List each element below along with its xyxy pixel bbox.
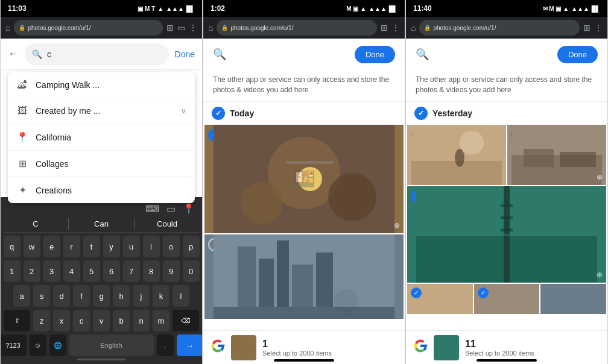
dropdown-item-creations[interactable]: ✦ Creations [8, 177, 195, 203]
kb-g[interactable]: g [93, 285, 110, 307]
kb-j[interactable]: j [133, 285, 150, 307]
kb-f[interactable]: f [73, 285, 90, 307]
photo-small-1[interactable]: ✓ [407, 284, 473, 314]
dropdown-item-collages[interactable]: ⊞ Collages [8, 151, 195, 177]
dropdown-item-camping[interactable]: 🏕 Camping Walk ... [8, 72, 195, 98]
search-bar-1[interactable]: 🔍 c [25, 43, 169, 65]
kb-5[interactable]: 5 [83, 260, 100, 282]
time-3: 11:40 [413, 4, 432, 13]
tab-icon-3[interactable]: ⊞ [583, 23, 591, 33]
search-input-1[interactable]: c [47, 49, 162, 59]
photo-row-3c: ✓ ✓ [407, 284, 606, 314]
kb-d[interactable]: d [53, 285, 70, 307]
info-bar-3: The other app or service can only access… [406, 70, 607, 102]
menu-icon-2[interactable]: ⋮ [391, 23, 400, 33]
status-bar-3: 11:40 ✉ M ▣ ▲ ▲▲▲ █▌ [406, 0, 607, 17]
kb-shift[interactable]: ⇧ [4, 310, 30, 331]
kb-9[interactable]: 9 [163, 260, 180, 282]
date-label-3: Yesterday [432, 108, 472, 118]
kb-s[interactable]: s [33, 285, 50, 307]
done-button-1[interactable]: Done [175, 49, 195, 59]
zoom-icon-rocks[interactable]: ⊕ [597, 173, 603, 181]
kb-b[interactable]: b [113, 310, 130, 331]
sug-c[interactable]: C [3, 218, 68, 230]
kb-3[interactable]: 3 [43, 260, 60, 282]
kb-row-2: 1 2 3 4 5 6 7 8 9 0 [3, 260, 200, 282]
done-button-3[interactable]: Done [557, 46, 598, 63]
kb-n[interactable]: n [133, 310, 150, 331]
photo-small-2[interactable]: ✓ [474, 284, 540, 314]
home-icon-2[interactable]: ⌂ [208, 23, 213, 33]
kb-period[interactable]: . [157, 334, 174, 356]
kb-8[interactable]: 8 [143, 260, 160, 282]
dropdown-item-california[interactable]: 📍 California [8, 124, 195, 151]
kb-v[interactable]: v [93, 310, 110, 331]
kb-k[interactable]: k [153, 285, 169, 307]
kb-a[interactable]: a [13, 285, 30, 307]
kb-space[interactable]: English [69, 334, 154, 356]
kb-m[interactable]: m [153, 310, 169, 331]
cast-icon-1[interactable]: ▭ [177, 23, 185, 33]
date-check-2[interactable]: ✓ [212, 107, 225, 120]
browser-url-3[interactable]: 🔒 photos.google.com/u/1/ [419, 20, 580, 36]
kb-t[interactable]: t [83, 236, 100, 257]
kb-0[interactable]: 0 [183, 260, 200, 282]
kb-o[interactable]: o [163, 236, 180, 257]
menu-icon-1[interactable]: ⋮ [189, 23, 197, 33]
kb-6[interactable]: 6 [103, 260, 120, 282]
photo-city[interactable] [204, 234, 404, 319]
kb-p[interactable]: p [183, 236, 200, 257]
tab-icon-1[interactable]: ⊞ [166, 23, 174, 33]
sug-could[interactable]: Could [135, 218, 200, 230]
kb-pin-icon[interactable]: 📍 [183, 203, 195, 215]
back-button-1[interactable]: ← [8, 48, 19, 60]
kb-backspace[interactable]: ⌫ [173, 310, 199, 331]
search-button-2[interactable]: 🔍 [213, 48, 226, 61]
sug-can[interactable]: Can [68, 218, 135, 230]
kb-r[interactable]: r [63, 236, 80, 257]
date-check-3[interactable]: ✓ [414, 107, 428, 120]
kb-key-icon[interactable]: ⌨ [145, 203, 159, 215]
kb-y[interactable]: y [103, 236, 120, 257]
done-button-2[interactable]: Done [355, 46, 395, 63]
svg-rect-30 [416, 234, 597, 236]
svg-point-19 [455, 149, 464, 167]
tab-icon-2[interactable]: ⊞ [381, 23, 388, 33]
photo-pier[interactable]: ✓ ⊕ [407, 186, 606, 283]
kb-123[interactable]: ?123 [0, 334, 27, 356]
kb-return[interactable]: → [177, 334, 203, 356]
kb-4[interactable]: 4 [63, 260, 80, 282]
url-text-3: photos.google.com/u/1/ [433, 25, 496, 31]
kb-1[interactable]: 1 [4, 260, 21, 282]
home-icon-1[interactable]: ⌂ [5, 23, 10, 33]
status-icons-2: M ▣ ▲ ▲▲▲ █▌ [346, 5, 397, 12]
dropdown-item-created[interactable]: 🖼 Created by me ... ∨ [8, 98, 195, 124]
browser-url-2[interactable]: 🔒 photos.google.com/u/1/ [217, 20, 377, 36]
browser-url-1[interactable]: 🔒 photos.google.com/u/1/ [14, 20, 163, 36]
kb-7[interactable]: 7 [123, 260, 140, 282]
photo-rocks[interactable]: ✓ ⊕ [507, 125, 606, 185]
kb-l[interactable]: l [173, 285, 189, 307]
kb-h[interactable]: h [113, 285, 130, 307]
search-button-3[interactable]: 🔍 [416, 48, 429, 61]
kb-row-5: ?123 ☺ 🌐 English . → [3, 334, 200, 356]
menu-icon-3[interactable]: ⋮ [594, 23, 603, 33]
kb-w[interactable]: w [24, 236, 40, 257]
kb-2[interactable]: 2 [24, 260, 40, 282]
photo-beach-1[interactable]: ✓ [407, 125, 506, 185]
kb-emoji[interactable]: ☺ [30, 334, 46, 356]
kb-layout-icon[interactable]: ▭ [166, 203, 176, 215]
kb-u[interactable]: u [123, 236, 140, 257]
kb-x[interactable]: x [53, 310, 70, 331]
kb-globe[interactable]: 🌐 [49, 334, 66, 356]
kb-z[interactable]: z [33, 310, 50, 331]
google-icon-svg-3 [413, 339, 428, 353]
home-icon-3[interactable]: ⌂ [411, 23, 416, 33]
kb-e[interactable]: e [43, 236, 60, 257]
photo-food[interactable]: ✓ ⊕ 🍱 [204, 125, 404, 233]
zoom-icon-pier[interactable]: ⊕ [597, 271, 603, 279]
kb-q[interactable]: q [4, 236, 21, 257]
photo-small-3[interactable] [540, 284, 606, 314]
kb-c[interactable]: c [73, 310, 90, 331]
kb-i[interactable]: i [143, 236, 160, 257]
